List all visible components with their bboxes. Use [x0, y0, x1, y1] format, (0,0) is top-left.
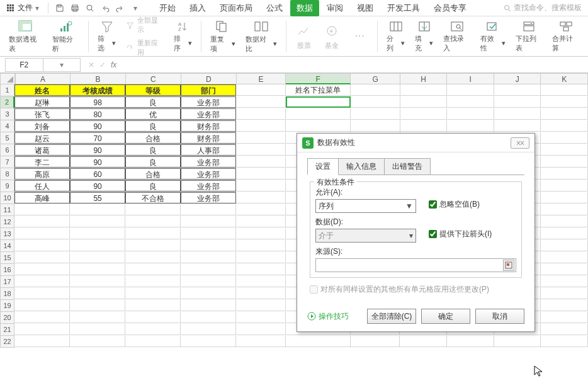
cell[interactable] — [236, 252, 285, 263]
row-header[interactable]: 18 — [0, 288, 14, 300]
cell[interactable] — [541, 252, 588, 263]
chevron-down-icon[interactable]: ▾ — [43, 58, 81, 72]
cancel-button[interactable]: 取消 — [475, 309, 524, 324]
cell[interactable] — [494, 84, 541, 96]
tab-layout[interactable]: 页面布局 — [213, 0, 259, 16]
cell[interactable]: 业务部 — [181, 156, 236, 168]
range-picker-button[interactable] — [503, 260, 514, 271]
fx-icon[interactable]: fx — [111, 60, 116, 69]
cell[interactable] — [541, 96, 588, 108]
cell[interactable]: 良 — [125, 144, 181, 156]
row-header[interactable]: 8 — [0, 168, 14, 180]
cell[interactable] — [236, 204, 285, 215]
cell[interactable]: 财务部 — [181, 132, 236, 144]
cell[interactable] — [447, 84, 494, 96]
cell[interactable] — [541, 264, 588, 275]
more-types-button[interactable]: ⋯ — [347, 19, 372, 54]
cell[interactable] — [14, 324, 70, 335]
allow-select[interactable]: 序列 ▼ — [315, 199, 416, 213]
col-header[interactable]: H — [400, 73, 448, 84]
cell[interactable] — [181, 288, 236, 299]
cell[interactable] — [125, 324, 181, 335]
cell[interactable] — [181, 216, 236, 227]
qat-chevron-icon[interactable]: ▾ — [130, 3, 140, 13]
cell[interactable] — [236, 144, 285, 156]
cell[interactable] — [70, 216, 125, 227]
cell[interactable] — [447, 108, 494, 120]
row-header[interactable]: 16 — [0, 264, 14, 276]
cell[interactable]: 赵琳 — [14, 96, 70, 108]
cell[interactable] — [351, 336, 400, 347]
cell[interactable] — [541, 240, 588, 251]
cell[interactable]: 业务部 — [181, 168, 236, 180]
preview-icon[interactable] — [85, 3, 95, 13]
cell[interactable] — [14, 264, 70, 275]
cell[interactable] — [400, 96, 448, 108]
tab-view[interactable]: 视图 — [351, 0, 380, 16]
cell[interactable] — [70, 288, 125, 299]
cell[interactable]: 优 — [125, 108, 181, 120]
search-box[interactable]: 查找命令、搜索模板 — [504, 3, 582, 13]
select-all-corner[interactable] — [0, 73, 15, 84]
cell[interactable] — [70, 312, 125, 323]
cell[interactable] — [236, 288, 285, 299]
col-header[interactable]: F — [286, 73, 351, 84]
cell[interactable]: 部门 — [181, 84, 236, 96]
row-header[interactable]: 20 — [0, 312, 14, 324]
cell[interactable] — [236, 216, 285, 227]
cell[interactable] — [541, 288, 588, 299]
cell[interactable] — [125, 240, 181, 251]
row-header[interactable]: 22 — [0, 336, 14, 348]
cell[interactable] — [70, 252, 125, 263]
cell[interactable]: 良 — [125, 180, 181, 192]
cell[interactable] — [70, 264, 125, 275]
cell[interactable] — [447, 96, 494, 108]
cell[interactable] — [70, 228, 125, 239]
cell[interactable] — [236, 156, 285, 168]
cell[interactable] — [494, 96, 541, 108]
cell[interactable] — [351, 84, 400, 96]
col-header[interactable]: G — [351, 73, 400, 84]
col-header[interactable]: J — [494, 73, 541, 84]
row-header[interactable]: 9 — [0, 180, 14, 192]
cell[interactable]: 刘备 — [14, 120, 70, 132]
cell[interactable]: 90 — [70, 180, 125, 192]
split-button[interactable]: 分列▾ — [383, 19, 409, 54]
tab-insert[interactable]: 插入 — [183, 0, 212, 16]
dialog-tab-input[interactable]: 输入信息 — [339, 158, 385, 175]
cell[interactable] — [494, 108, 541, 120]
cell[interactable] — [400, 84, 448, 96]
cell[interactable] — [236, 276, 285, 287]
cell[interactable] — [236, 192, 285, 203]
fund-button[interactable]: ¥ 基金 — [319, 19, 344, 54]
save-icon[interactable] — [55, 3, 65, 13]
fill-button[interactable]: 填充▾ — [411, 19, 437, 54]
row-header[interactable]: 12 — [0, 216, 14, 228]
cell[interactable]: 90 — [70, 120, 125, 132]
cell[interactable] — [286, 108, 351, 120]
cell[interactable] — [125, 300, 181, 311]
cell[interactable]: 高峰 — [14, 192, 70, 203]
ignore-blank-checkbox[interactable]: 忽略空值(B) — [429, 199, 480, 210]
close-button[interactable] — [511, 137, 529, 149]
cell[interactable] — [286, 96, 351, 108]
cell[interactable]: 张飞 — [14, 108, 70, 120]
cell[interactable]: 不合格 — [125, 192, 181, 203]
accept-formula-icon[interactable]: ✓ — [99, 60, 106, 69]
row-header[interactable]: 21 — [0, 324, 14, 336]
row-header[interactable]: 7 — [0, 156, 14, 168]
cell[interactable] — [286, 336, 351, 347]
cell[interactable] — [541, 84, 588, 96]
cell[interactable]: 60 — [70, 168, 125, 180]
cell[interactable]: 良 — [125, 96, 181, 108]
cell[interactable]: 业务部 — [181, 180, 236, 192]
clear-all-button[interactable]: 全部清除(C) — [367, 309, 416, 324]
cell[interactable]: 考核成绩 — [70, 84, 125, 96]
dialog-tab-error[interactable]: 出错警告 — [385, 158, 431, 175]
dialog-tab-settings[interactable]: 设置 — [307, 158, 339, 175]
cell[interactable] — [541, 168, 588, 180]
dropdown-arrow-checkbox[interactable]: 提供下拉箭头(I) — [429, 229, 492, 239]
row-header[interactable]: 5 — [0, 132, 14, 144]
file-menu[interactable]: 文件 ▾ — [0, 1, 45, 16]
sort-button[interactable]: AZ 排序▾ — [170, 19, 196, 54]
